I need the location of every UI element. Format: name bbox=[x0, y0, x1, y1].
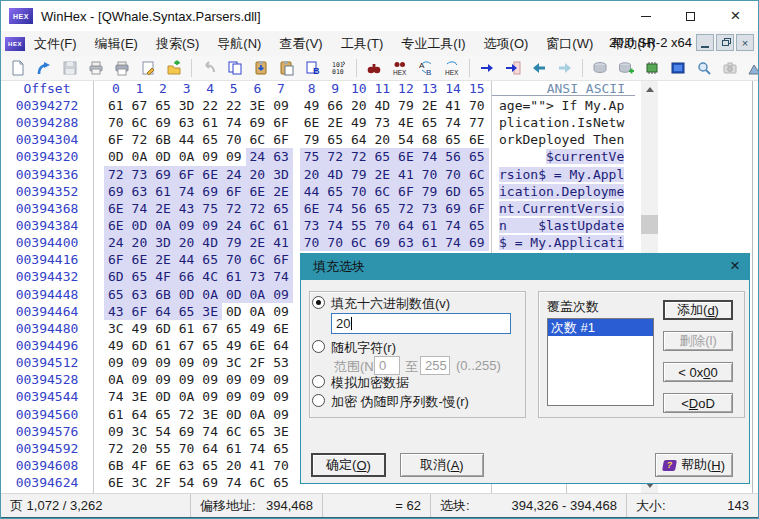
print-icon[interactable] bbox=[109, 57, 135, 79]
hex-value-input[interactable]: 20 bbox=[331, 313, 511, 334]
replace-text-icon[interactable]: AB bbox=[413, 57, 439, 79]
open-file-icon[interactable] bbox=[31, 57, 57, 79]
goto-block-icon[interactable] bbox=[500, 57, 526, 79]
toolbar-separator bbox=[582, 59, 583, 77]
row-bytes: 0D0A0D0A09092463757272656E745665 bbox=[104, 148, 489, 165]
row-ascii: nt.CurrentVersio bbox=[499, 200, 624, 217]
gallery-icon[interactable] bbox=[743, 57, 759, 79]
hex-value-text: 20 bbox=[336, 316, 350, 331]
fill-0x00-button[interactable]: < 0x00 bbox=[663, 362, 733, 382]
svg-text:010: 010 bbox=[332, 68, 344, 76]
row-offset: 00394512 bbox=[1, 354, 93, 371]
menu-item-4[interactable]: 查看(V) bbox=[270, 31, 331, 56]
row-bytes: 743E0D0A09090909 bbox=[104, 388, 300, 405]
offset-separator-line bbox=[93, 81, 94, 493]
byte-column-header: 3 bbox=[175, 81, 199, 96]
block-label: 选块: bbox=[440, 497, 470, 515]
radio-simulate-encrypted-label: 模拟加密数据 bbox=[331, 374, 409, 392]
radio-fill-hex[interactable] bbox=[312, 296, 325, 309]
menu-item-0[interactable]: 文件(F) bbox=[25, 31, 86, 56]
scroll-up-arrow[interactable] bbox=[641, 81, 658, 97]
paste-into-icon[interactable] bbox=[248, 57, 274, 79]
ok-button[interactable]: 确定(O) bbox=[311, 453, 386, 477]
magnifier-icon[interactable] bbox=[691, 57, 717, 79]
screenshot-icon[interactable] bbox=[717, 57, 743, 79]
radio-fill-hex-label: 填充十六进制数值(v) bbox=[331, 295, 450, 313]
copy-hex-values-icon[interactable]: B bbox=[300, 57, 326, 79]
row-bytes: 436F64653E0D0A09 bbox=[104, 303, 300, 320]
range-from-field: 0 bbox=[374, 356, 400, 375]
radio-random-chars[interactable] bbox=[312, 340, 325, 353]
dialog-close-icon[interactable]: × bbox=[730, 256, 740, 276]
row-bytes: 24203D204D792E4170706C6963617469 bbox=[104, 234, 489, 251]
close-button[interactable]: × bbox=[713, 1, 758, 31]
row-bytes: 6D654F664C617374 bbox=[104, 268, 300, 285]
forward-icon[interactable] bbox=[552, 57, 578, 79]
clone-disk-icon[interactable] bbox=[613, 57, 639, 79]
row-bytes: 0A09090909090909 bbox=[104, 371, 300, 388]
offset-column-header: Offset bbox=[1, 81, 93, 96]
menu-item-8[interactable]: 窗口(W) bbox=[537, 31, 602, 56]
svg-text:HEX: HEX bbox=[393, 69, 407, 76]
paste-icon[interactable] bbox=[274, 57, 300, 79]
scrollbar-thumb[interactable] bbox=[641, 215, 658, 234]
mdi-restore-button[interactable] bbox=[716, 34, 734, 51]
status-offset: 偏移地址: 394,468 bbox=[191, 494, 323, 517]
mdi-close-button[interactable]: × bbox=[736, 34, 754, 51]
undo-icon[interactable] bbox=[196, 57, 222, 79]
menu-item-6[interactable]: 专业工具(I) bbox=[392, 31, 474, 56]
menu-item-1[interactable]: 编辑(E) bbox=[86, 31, 147, 56]
minimize-button[interactable] bbox=[623, 1, 668, 31]
data-interpreter-icon[interactable] bbox=[665, 57, 691, 79]
ram-editor-icon[interactable] bbox=[639, 57, 665, 79]
properties-icon[interactable] bbox=[135, 57, 161, 79]
find-text-icon[interactable] bbox=[361, 57, 387, 79]
byte-column-header: 12 bbox=[394, 81, 418, 96]
dialog-title-bar[interactable]: 填充选块 × bbox=[301, 254, 749, 280]
mdi-minimize-button[interactable] bbox=[696, 34, 714, 51]
radio-simulate-encrypted[interactable] bbox=[312, 375, 325, 388]
open-disk-icon[interactable] bbox=[587, 57, 613, 79]
byte-column-header: 4 bbox=[198, 81, 222, 96]
goto-offset-icon[interactable] bbox=[474, 57, 500, 79]
copy-icon[interactable] bbox=[222, 57, 248, 79]
fill-dod-button[interactable]: < DoD bbox=[663, 393, 733, 413]
status-page: 页 1,072 / 3,262 bbox=[1, 494, 191, 517]
menu-item-7[interactable]: 选项(O) bbox=[475, 31, 538, 56]
cancel-button[interactable]: 取消(A) bbox=[400, 453, 484, 477]
overwrite-count-list[interactable]: 次数 #1 bbox=[547, 318, 654, 406]
find-hex-icon[interactable]: HEX bbox=[387, 57, 413, 79]
help-button[interactable]: ? 帮助(H) bbox=[655, 453, 733, 477]
replace-hex-icon[interactable]: HEX bbox=[439, 57, 465, 79]
range-to-field: 255 bbox=[420, 356, 450, 375]
block-value: 394,326 - 394,468 bbox=[511, 498, 617, 513]
menu-item-2[interactable]: 搜索(S) bbox=[147, 31, 208, 56]
maximize-button[interactable] bbox=[668, 1, 713, 31]
row-offset: 00394528 bbox=[1, 371, 93, 388]
row-bytes: 3C496D616765496E bbox=[104, 320, 300, 337]
row-bytes: 65636B0D0A0D0A09 bbox=[104, 286, 300, 303]
overwrite-count-item[interactable]: 次数 #1 bbox=[548, 319, 653, 336]
radio-crypto-prng[interactable] bbox=[312, 394, 325, 407]
open-folder-icon[interactable] bbox=[161, 57, 187, 79]
svg-text:B: B bbox=[313, 66, 320, 76]
menu-item-3[interactable]: 导航(N) bbox=[208, 31, 270, 56]
add-button[interactable]: 添加(d) bbox=[663, 300, 733, 320]
menu-item-5[interactable]: 工具(T) bbox=[332, 31, 393, 56]
status-block: 选块: 394,326 - 394,468 bbox=[431, 494, 627, 517]
binary-conversion-icon[interactable]: 101010 bbox=[326, 57, 352, 79]
row-bytes: 6F726B4465706C6F796564205468656E bbox=[104, 131, 489, 148]
row-offset: 00394368 bbox=[1, 200, 93, 217]
title-bar: HEX WinHex - [QWhale.Syntax.Parsers.dll]… bbox=[1, 1, 758, 31]
back-icon[interactable] bbox=[526, 57, 552, 79]
byte-column-header: 2 bbox=[151, 81, 175, 96]
byte-column-header: 9 bbox=[323, 81, 347, 96]
new-file-icon[interactable] bbox=[5, 57, 31, 79]
row-bytes: 09090909093C2F53 bbox=[104, 354, 300, 371]
save-icon[interactable] bbox=[57, 57, 83, 79]
panel-divider bbox=[566, 484, 567, 493]
range-hint: (0..255) bbox=[456, 358, 501, 373]
print-preview-icon[interactable] bbox=[83, 57, 109, 79]
byte-column-header: 5 bbox=[222, 81, 246, 96]
row-offset: 00394464 bbox=[1, 303, 93, 320]
